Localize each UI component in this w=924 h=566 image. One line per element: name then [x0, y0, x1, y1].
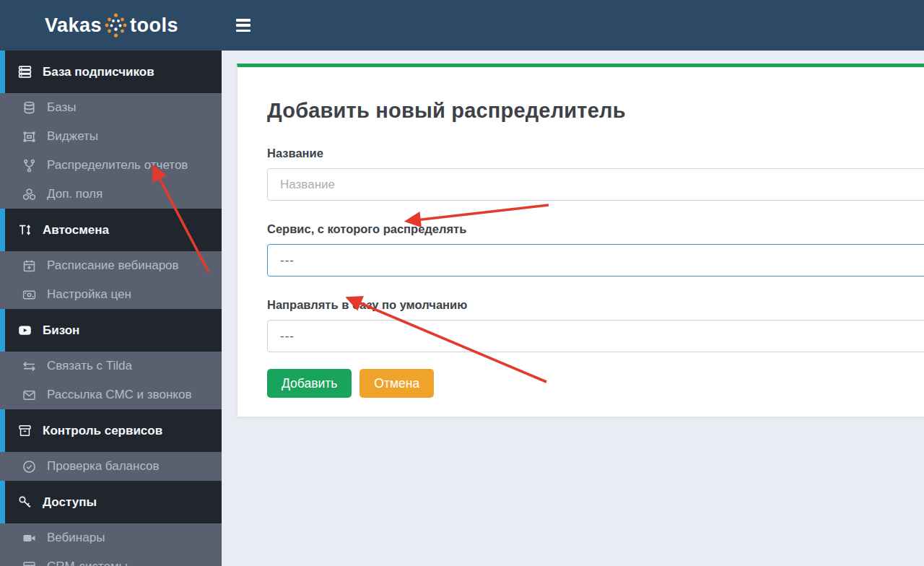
sidebar-item-label: Распределитель отчетов — [47, 158, 188, 173]
database-icon — [20, 99, 38, 116]
default-base-label: Направлять в базу по умолчанию — [267, 298, 924, 312]
sidebar-item-access[interactable]: Доступы — [0, 481, 222, 523]
name-input[interactable] — [267, 168, 924, 201]
brand-text-tools: tools — [130, 16, 178, 35]
sidebar-item-bizon[interactable]: Бизон — [0, 309, 222, 352]
sidebar-item-autochange[interactable]: Автосмена — [0, 209, 222, 251]
envelope-icon — [20, 386, 38, 404]
sidebar-item-webinars[interactable]: Вебинары — [0, 523, 222, 552]
server-icon — [16, 64, 33, 81]
sidebar: База подписчиков Базы Виджеты Распредели… — [0, 51, 222, 566]
calendar-plus-icon — [20, 257, 38, 274]
sidebar-item-tilda-link[interactable]: Связать с Tilda — [0, 352, 222, 380]
source-service-value: --- — [280, 253, 295, 268]
sidebar-item-label: Контроль сервисов — [43, 424, 162, 438]
sidebar-item-crm-systems[interactable]: CRM-системы — [0, 552, 222, 566]
sidebar-item-label: Базы — [47, 100, 76, 115]
table-icon — [20, 558, 38, 566]
check-circle-icon — [20, 458, 38, 475]
widgets-icon — [20, 128, 38, 145]
source-service-select[interactable]: --- — [267, 244, 924, 277]
sidebar-item-service-control[interactable]: Контроль сервисов — [0, 409, 222, 452]
branch-icon — [20, 157, 38, 174]
sidebar-item-sms-calls[interactable]: Рассылка СМС и звонков — [0, 380, 222, 409]
sidebar-item-widgets[interactable]: Виджеты — [0, 122, 222, 151]
form-actions: Добавить Отмена — [267, 369, 924, 398]
sidebar-item-report-distributor[interactable]: Распределитель отчетов — [0, 151, 222, 180]
sidebar-item-label: Вебинары — [47, 531, 105, 545]
source-service-label: Сервис, с которого распределять — [267, 222, 924, 236]
sidebar-item-label: База подписчиков — [43, 65, 154, 79]
page-title: Добавить новый распределитель — [267, 97, 924, 124]
sidebar-item-extra-fields[interactable]: Доп. поля — [0, 180, 222, 209]
key-icon — [16, 494, 33, 511]
name-field-label: Название — [267, 147, 924, 160]
top-navbar: Vakas tools — [0, 0, 924, 51]
default-base-select[interactable]: --- — [267, 320, 924, 352]
sidebar-item-label: Рассылка СМС и звонков — [47, 388, 191, 402]
main-content: Добавить новый распределитель Название С… — [222, 51, 924, 566]
cubes-icon — [20, 186, 38, 203]
sidebar-item-label: Настройка цен — [47, 287, 131, 302]
sidebar-item-label: CRM-системы — [47, 560, 128, 566]
play-icon — [16, 322, 33, 339]
sidebar-item-label: Доступы — [43, 495, 97, 510]
form-card: Добавить новый распределитель Название С… — [237, 64, 924, 417]
sidebar-item-label: Доп. поля — [47, 187, 103, 201]
default-base-value: --- — [280, 329, 295, 344]
vakas-logo-icon — [104, 12, 128, 38]
text-height-icon — [16, 222, 33, 239]
archive-icon — [16, 422, 33, 440]
sidebar-item-webinar-schedule[interactable]: Расписание вебинаров — [0, 251, 222, 280]
sidebar-item-label: Бизон — [43, 323, 79, 338]
add-button[interactable]: Добавить — [267, 369, 352, 398]
sidebar-item-balance-check[interactable]: Проверка балансов — [0, 452, 222, 481]
sidebar-item-bases[interactable]: Базы — [0, 93, 222, 122]
brand-text-vakas: Vakas — [45, 16, 102, 35]
cancel-button[interactable]: Отмена — [359, 369, 434, 398]
sidebar-item-subscriber-base[interactable]: База подписчиков — [0, 51, 222, 93]
sidebar-item-label: Виджеты — [47, 129, 98, 144]
video-icon — [20, 529, 38, 547]
sidebar-item-label: Автосмена — [43, 223, 109, 238]
brand-logo[interactable]: Vakas tools — [45, 12, 178, 38]
sidebar-item-label: Проверка балансов — [47, 459, 160, 474]
exchange-icon — [20, 357, 38, 375]
sidebar-item-label: Связать с Tilda — [47, 359, 132, 373]
sidebar-item-label: Расписание вебинаров — [47, 258, 179, 273]
money-icon — [20, 286, 38, 303]
hamburger-icon[interactable] — [236, 19, 250, 32]
sidebar-item-price-setup[interactable]: Настройка цен — [0, 280, 222, 309]
